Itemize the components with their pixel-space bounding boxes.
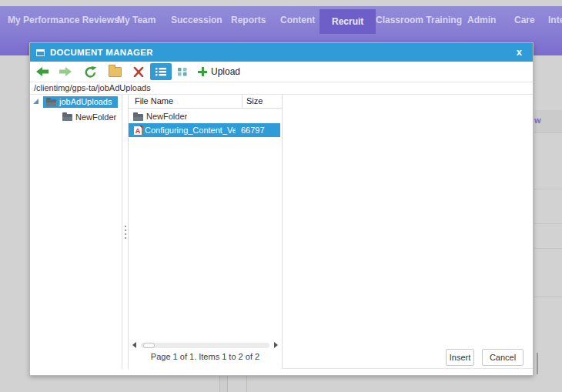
insert-button[interactable]: Insert — [446, 349, 474, 366]
close-icon[interactable]: x — [512, 44, 527, 61]
file-size: 66797 — [241, 126, 265, 135]
expander-icon[interactable] — [33, 99, 38, 104]
current-path: /clientimg/gps-ta/jobAdUploads — [30, 82, 533, 95]
dialog-toolbar: Upload — [30, 62, 533, 82]
refresh-icon[interactable] — [84, 66, 97, 78]
nav-item-care[interactable]: Care — [514, 9, 535, 31]
splitter-grip-icon[interactable] — [125, 226, 126, 239]
bg-link-fragment: w — [534, 116, 541, 125]
horizontal-scrollbar[interactable] — [129, 340, 282, 350]
screen: My Performance Reviews My Team Successio… — [0, 0, 562, 392]
file-row-folder[interactable]: NewFolder — [129, 109, 280, 123]
pdf-file-icon: A — [133, 126, 142, 136]
new-folder-icon[interactable] — [109, 67, 122, 77]
column-size[interactable]: Size — [242, 95, 263, 109]
nav-item-classroom-training[interactable]: Classroom Training — [376, 9, 462, 31]
bg-column-divider — [246, 376, 247, 392]
file-name: Configuring_Content_Vendo — [145, 126, 236, 135]
folder-tree-panel: jobAdUploads NewFolder — [30, 95, 122, 369]
tree-child-label: NewFolder — [75, 112, 116, 122]
bg-row-divider — [534, 248, 562, 249]
scrollbar-thumb[interactable] — [143, 343, 155, 348]
list-view-button[interactable] — [150, 63, 172, 80]
column-file-name[interactable]: File Name — [135, 96, 173, 106]
file-row-selected[interactable]: A Configuring_Content_Vendo 66797 — [129, 123, 280, 137]
background-table-fragment: w — [534, 55, 562, 392]
nav-item-succession[interactable]: Succession — [171, 9, 222, 31]
folder-icon — [133, 112, 143, 121]
upload-plus-icon[interactable] — [198, 67, 207, 76]
folder-icon — [46, 98, 56, 106]
scrollbar-track[interactable] — [141, 343, 269, 348]
delete-icon[interactable] — [133, 67, 144, 77]
tree-node-child[interactable]: NewFolder — [62, 110, 116, 123]
folder-icon — [62, 112, 72, 121]
list-view-icon — [156, 67, 166, 76]
back-arrow-icon[interactable] — [36, 67, 49, 76]
file-name: NewFolder — [146, 112, 187, 121]
forward-arrow-icon[interactable] — [59, 67, 72, 76]
nav-item-my-team[interactable]: My Team — [117, 9, 156, 31]
file-list-header: File Name Size — [129, 95, 282, 109]
pagination-status: Page 1 of 1. Items 1 to 2 of 2 — [129, 352, 282, 361]
bg-row-divider — [534, 297, 562, 297]
panel-splitter[interactable] — [122, 95, 129, 369]
tree-node-root[interactable]: jobAdUploads — [30, 95, 118, 109]
nav-item-recruit[interactable]: Recruit — [319, 9, 376, 34]
grid-view-icon[interactable] — [178, 67, 189, 76]
bg-scrollbar-fragment — [537, 353, 538, 374]
tree-node-selected[interactable]: jobAdUploads — [43, 96, 118, 108]
scroll-left-icon[interactable] — [132, 342, 136, 348]
tree-root-label: jobAdUploads — [59, 97, 112, 106]
nav-item-admin[interactable]: Admin — [467, 9, 496, 31]
dialog-title: DOCUMENT MANAGER — [50, 48, 512, 57]
file-list-panel: File Name Size NewFolder A Configuring_C… — [129, 95, 283, 369]
document-manager-dialog: DOCUMENT MANAGER x — [29, 42, 534, 376]
nav-item-clipped[interactable]: Inte — [548, 9, 562, 31]
bg-row-divider — [534, 189, 562, 189]
nav-item-content[interactable]: Content — [280, 9, 315, 31]
nav-item-my-performance-reviews[interactable]: My Performance Reviews — [8, 9, 119, 31]
bg-column-divider — [219, 376, 228, 392]
upload-button[interactable]: Upload — [211, 66, 240, 77]
top-strip — [0, 0, 562, 6]
scroll-right-icon[interactable] — [274, 342, 278, 348]
dialog-panels: jobAdUploads NewFolder File Name Size — [30, 95, 533, 369]
bg-row-divider — [534, 132, 562, 133]
bg-row-divider — [534, 223, 562, 224]
window-icon — [36, 49, 45, 56]
cancel-button[interactable]: Cancel — [482, 349, 524, 366]
dialog-titlebar[interactable]: DOCUMENT MANAGER x — [30, 43, 533, 62]
nav-item-reports[interactable]: Reports — [231, 9, 266, 31]
